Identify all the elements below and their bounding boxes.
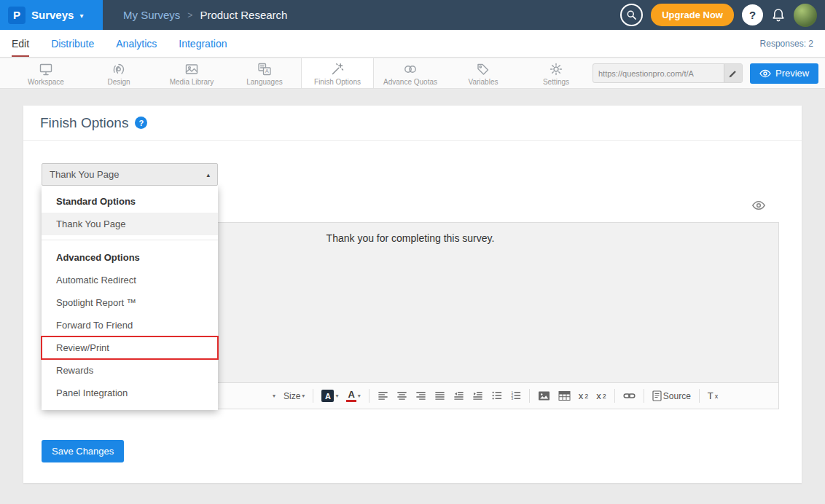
edit-url-button[interactable] [724,64,742,82]
pencil-icon [729,69,738,78]
variables-icon [475,61,491,77]
align-center-button[interactable] [396,390,407,401]
ribbon-item-settings[interactable]: Settings [520,58,593,88]
text-color-button[interactable]: A▾ [346,390,360,402]
finish-options-panel: Finish Options ? Thank You Page ▴ Thank … [23,106,802,483]
svg-text:A: A [265,68,269,74]
table-icon [558,390,571,401]
dropdown-item-spotlight-report[interactable]: Spotlight Report ™ [42,291,218,314]
ribbon-item-finish-options[interactable]: Finish Options [301,58,374,88]
dropdown-item-rewards[interactable]: Rewards [42,359,218,382]
finish-options-icon [329,61,345,77]
content-preview-toggle[interactable] [751,200,766,210]
bulleted-list-button[interactable] [491,390,502,401]
questionpro-app: P Surveys ▾ My Surveys > Product Researc… [0,0,825,504]
background-color-button[interactable]: A▾ [321,390,338,402]
main-nav: Edit Distribute Analytics Integration Re… [0,30,825,58]
advance-quotas-icon [402,61,418,77]
superscript-button[interactable]: x2 [596,390,606,401]
design-icon [111,61,127,77]
breadcrumb-my-surveys[interactable]: My Surveys [123,9,180,21]
avatar[interactable] [794,4,817,27]
increase-indent-button[interactable] [472,390,483,401]
insert-image-button[interactable] [538,390,550,401]
help-button[interactable]: ? [742,4,763,25]
responses-count[interactable]: Responses: 2 [760,39,813,49]
dropdown-divider [42,240,218,240]
increase-indent-icon [472,390,483,401]
source-document-icon [652,390,662,401]
align-right-icon [415,390,426,401]
tab-analytics[interactable]: Analytics [116,38,157,50]
finish-type-dropdown: Standard Options Thank You Page Advanced… [42,186,218,410]
ribbon-item-design[interactable]: Design [82,58,155,88]
remove-format-button[interactable]: Tx [708,390,718,401]
media-library-icon [184,61,200,77]
survey-url-field[interactable]: https://questionpro.com/t/A [593,63,743,83]
insert-link-button[interactable] [623,390,636,401]
dropdown-item-automatic-redirect[interactable]: Automatic Redirect [42,269,218,291]
search-icon [626,9,637,20]
tab-edit[interactable]: Edit [12,38,29,50]
notifications-button[interactable] [771,7,786,23]
bell-icon [771,7,786,23]
settings-icon [548,61,564,77]
dropdown-group-advanced: Advanced Options [42,245,218,269]
eye-icon [751,200,766,210]
source-button[interactable]: Source [652,390,691,401]
ribbon-item-media-library[interactable]: Media Library [155,58,228,88]
surveys-menu[interactable]: P Surveys ▾ [0,0,103,30]
link-icon [623,390,636,401]
eye-icon [759,69,771,78]
align-left-button[interactable] [378,390,388,401]
numbered-list-icon: 123 [510,390,521,401]
chevron-down-icon: ▾ [79,12,83,20]
languages-icon: A [257,61,273,77]
ribbon-item-workspace[interactable]: Workspace [9,58,82,88]
svg-text:3: 3 [511,397,513,401]
align-center-icon [396,390,407,401]
decrease-indent-button[interactable] [453,390,464,401]
tab-integration[interactable]: Integration [179,38,227,50]
bulleted-list-icon [491,390,502,401]
breadcrumb: My Surveys > Product Research [123,9,287,21]
dropdown-item-review-print[interactable]: Review/Print [42,336,218,359]
tab-distribute[interactable]: Distribute [51,38,94,50]
breadcrumb-separator: > [187,10,192,20]
survey-url-value: https://questionpro.com/t/A [593,69,724,78]
align-left-icon [378,390,388,401]
font-dropdown-caret[interactable]: ▾ [273,393,275,399]
ribbon-item-languages[interactable]: A Languages [228,58,301,88]
justify-button[interactable] [434,390,445,401]
justify-icon [434,390,445,401]
preview-button[interactable]: Preview [750,63,818,84]
breadcrumb-current: Product Research [200,9,287,21]
finish-type-select[interactable]: Thank You Page ▴ [42,163,218,186]
align-right-button[interactable] [415,390,426,401]
workspace-icon [38,61,54,77]
dropdown-item-panel-integration[interactable]: Panel Integration [42,382,218,404]
save-changes-button[interactable]: Save Changes [42,440,124,462]
upgrade-now-button[interactable]: Upgrade Now [651,4,734,26]
image-icon [538,390,550,401]
finish-type-select-value: Thank You Page [50,169,119,180]
ribbon-item-variables[interactable]: Variables [447,58,520,88]
dropdown-item-thank-you-page[interactable]: Thank You Page [42,213,218,235]
top-bar: P Surveys ▾ My Surveys > Product Researc… [0,0,825,30]
size-dropdown[interactable]: Size▾ [284,391,305,401]
ribbon-item-advance-quotas[interactable]: Advance Quotas [374,58,447,88]
numbered-list-button[interactable]: 123 [510,390,521,401]
page-title: Finish Options [40,115,128,131]
questionpro-logo: P [8,7,26,24]
edit-ribbon: Workspace Design Media Library A Languag… [0,58,825,89]
top-bar-actions: Upgrade Now ? [620,4,825,27]
help-icon[interactable]: ? [135,117,147,129]
insert-table-button[interactable] [558,390,571,401]
chevron-up-icon: ▴ [206,171,210,178]
product-menu-label: Surveys [31,9,74,21]
dropdown-item-forward-to-friend[interactable]: Forward To Friend [42,314,218,336]
decrease-indent-icon [453,390,464,401]
search-button[interactable] [620,4,643,26]
dropdown-group-standard: Standard Options [42,189,218,213]
subscript-button[interactable]: x2 [579,390,589,401]
